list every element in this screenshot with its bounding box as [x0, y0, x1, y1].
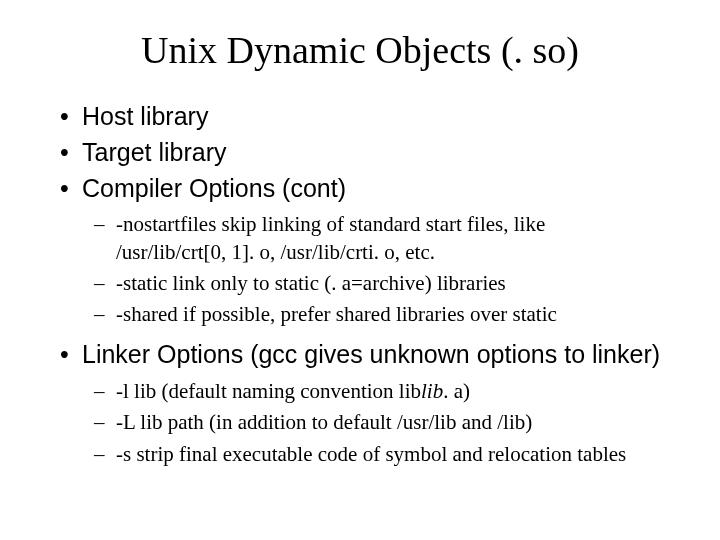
bullet-host-library: Host library: [82, 100, 700, 134]
bullet-linker-options: Linker Options (gcc gives unknown option…: [82, 338, 700, 468]
subbullet-l-lib-italic: lib: [421, 379, 443, 403]
subbullet-s-strip: -s strip final executable code of symbol…: [116, 441, 700, 468]
subbullet-l-lib: -l lib (default naming convention liblib…: [116, 378, 700, 405]
linker-options-sublist: -l lib (default naming convention liblib…: [82, 378, 700, 468]
subbullet-shared: -shared if possible, prefer shared libra…: [116, 301, 700, 328]
bullet-list: Host library Target library Compiler Opt…: [20, 100, 700, 468]
compiler-options-sublist: -nostartfiles skip linking of standard s…: [82, 211, 700, 328]
subbullet-l-lib-text-c: . a): [443, 379, 470, 403]
subbullet-l-path: -L lib path (in addition to default /usr…: [116, 409, 700, 436]
bullet-compiler-options-label: Compiler Options (cont): [82, 174, 346, 202]
bullet-compiler-options: Compiler Options (cont) -nostartfiles sk…: [82, 172, 700, 329]
slide-title: Unix Dynamic Objects (. so): [20, 28, 700, 72]
slide: Unix Dynamic Objects (. so) Host library…: [0, 0, 720, 540]
subbullet-nostartfiles-text-a: -nostartfiles skip linking of standard s…: [116, 212, 545, 236]
subbullet-nostartfiles-text-b: /usr/lib/crt[0, 1]. o, /usr/lib/crti. o,…: [116, 240, 435, 264]
subbullet-l-lib-text-a: -l lib (default naming convention lib: [116, 379, 421, 403]
bullet-linker-options-label: Linker Options (gcc gives unknown option…: [82, 340, 660, 368]
subbullet-nostartfiles: -nostartfiles skip linking of standard s…: [116, 211, 700, 266]
subbullet-static: -static link only to static (. a=archive…: [116, 270, 700, 297]
bullet-target-library: Target library: [82, 136, 700, 170]
